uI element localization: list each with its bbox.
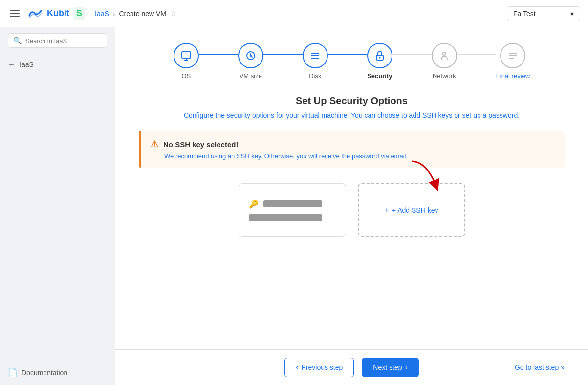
prev-button-label: Previous step	[302, 364, 343, 371]
ssh-key-card: 🔑	[239, 183, 346, 237]
breadcrumb-separator: ›	[113, 10, 115, 18]
warning-text-normal: We recommend using an	[164, 152, 237, 160]
svg-rect-0	[182, 52, 191, 58]
step-circle-final-review	[500, 43, 525, 68]
warning-icon: ⚠	[151, 139, 158, 150]
chevron-right-icon: ›	[405, 363, 407, 372]
step-label-vmsize: VM size	[240, 72, 262, 80]
stepper: OS VM size Disk	[139, 43, 565, 80]
step-security: Security	[367, 43, 392, 80]
subtitle-link-ssh[interactable]: SSH keys	[422, 111, 452, 119]
main-content: OS VM size Disk	[115, 27, 588, 385]
step-circle-vmsize	[238, 43, 263, 68]
step-label-disk: Disk	[309, 72, 321, 80]
step-circle-network	[432, 43, 457, 68]
ssh-cards-section: 🔑	[139, 183, 565, 237]
subtitle-text-mid: or set up a	[452, 111, 488, 119]
svg-point-10	[443, 52, 446, 55]
step-circle-disk	[303, 43, 328, 68]
add-ssh-label: + Add SSH key	[392, 206, 438, 214]
hamburger-menu[interactable]	[8, 8, 22, 19]
sidebar-bottom: 📄 Documentation	[0, 360, 115, 385]
svg-point-9	[379, 57, 380, 59]
subtitle-link-password[interactable]: password	[488, 111, 518, 119]
connector-1	[199, 54, 238, 55]
page-title: Set Up Security Options	[139, 95, 565, 107]
plus-icon: +	[385, 206, 389, 214]
sidebar-search-area: 🔍	[0, 27, 115, 54]
breadcrumb-current: Create new VM	[119, 10, 166, 18]
sidebar-nav: ← IaaS	[0, 54, 115, 75]
step-label-final-review: Final review	[496, 72, 530, 80]
doc-icon: 📄	[8, 368, 18, 377]
step-final-review: Final review	[496, 43, 530, 80]
subtitle-text-normal: Configure the security options for your …	[184, 111, 422, 119]
next-button-label: Next step	[373, 364, 402, 371]
topbar: Kubit S IaaS › Create new VM ☆ Fa Test ▾	[0, 0, 588, 27]
warning-text: We recommend using an SSH key. Otherwise…	[164, 152, 555, 160]
search-input[interactable]	[25, 37, 102, 44]
kubit-logo-icon	[27, 6, 43, 21]
subtitle-text-end: .	[518, 111, 520, 119]
back-arrow-icon: ←	[8, 60, 16, 69]
chevron-left-icon: ‹	[296, 363, 298, 372]
sidebar-back-label: IaaS	[20, 61, 34, 68]
last-step-label: Go to last step	[515, 364, 559, 371]
double-chevron-icon: »	[561, 364, 565, 371]
key-detail-bar	[249, 214, 322, 221]
search-icon: 🔍	[13, 37, 22, 44]
service-logo: S	[73, 7, 85, 20]
page-subtitle: Configure the security options for your …	[139, 111, 565, 119]
step-vmsize: VM size	[238, 43, 263, 80]
breadcrumb-root[interactable]: IaaS	[95, 10, 109, 18]
step-os: OS	[174, 43, 199, 80]
chevron-down-icon: ▾	[570, 10, 574, 18]
breadcrumb: IaaS › Create new VM ☆	[95, 9, 177, 18]
documentation-link[interactable]: 📄 Documentation	[8, 368, 107, 377]
arrow-indicator	[407, 159, 441, 192]
step-network: Network	[432, 43, 457, 80]
bottom-bar: ‹ Previous step Next step › Go to last s…	[115, 349, 588, 385]
doc-label: Documentation	[22, 369, 67, 377]
warning-text-end: . Otherwise, you will receive the passwo…	[261, 152, 408, 160]
step-label-os: OS	[181, 72, 191, 80]
connector-5	[457, 54, 496, 55]
step-label-security: Security	[367, 72, 392, 80]
workspace-label: Fa Test	[513, 10, 536, 18]
key-name-bar	[263, 200, 322, 207]
next-step-button[interactable]: Next step ›	[362, 358, 418, 377]
workspace-selector[interactable]: Fa Test ▾	[507, 6, 580, 21]
favorite-icon[interactable]: ☆	[170, 9, 177, 18]
sidebar: 🔍 ← IaaS 📄 Documentation	[0, 27, 115, 385]
warning-box: ⚠ No SSH key selected! We recommend usin…	[139, 131, 565, 168]
warning-title-text: No SSH key selected!	[163, 140, 238, 149]
previous-step-button[interactable]: ‹ Previous step	[284, 358, 354, 377]
step-disk: Disk	[303, 43, 328, 80]
connector-2	[263, 54, 303, 55]
step-circle-os	[174, 43, 199, 68]
go-to-last-step-button[interactable]: Go to last step »	[515, 364, 565, 371]
step-circle-security	[367, 43, 392, 68]
sidebar-back-link[interactable]: ← IaaS	[8, 60, 107, 69]
key-icon: 🔑	[249, 199, 259, 209]
connector-3	[328, 54, 367, 55]
connector-4	[392, 54, 432, 55]
logo-area: Kubit S	[27, 6, 85, 21]
kubit-logo-text: Kubit	[47, 8, 69, 19]
svg-point-4	[250, 55, 252, 57]
red-arrow-icon	[407, 159, 441, 191]
step-label-network: Network	[433, 72, 456, 80]
warning-link-ssh[interactable]: SSH key	[237, 152, 261, 160]
